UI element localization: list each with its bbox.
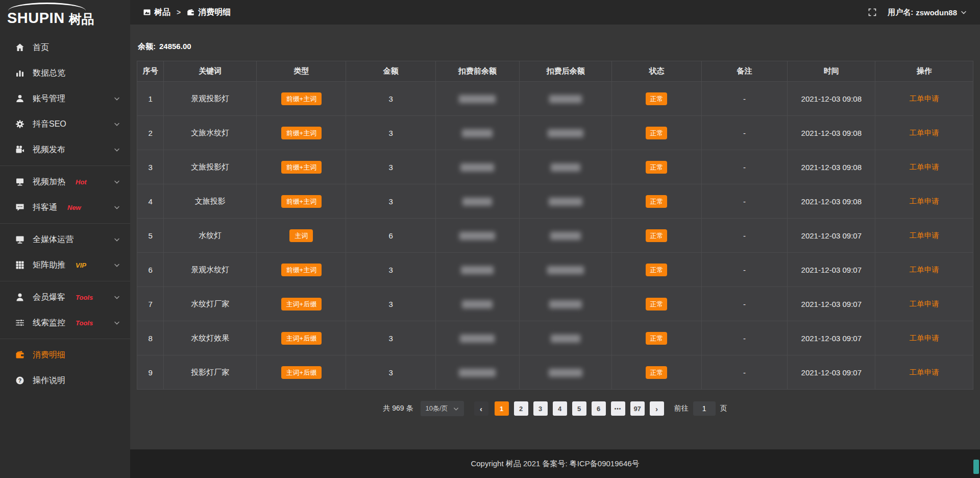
cell-status: 正常 [612,253,701,287]
next-page-button[interactable]: › [650,401,664,416]
page-button-2[interactable]: 2 [514,401,528,416]
pagination: 共 969 条 10条/页 ‹123456•••97› 前往 页 [137,401,973,416]
cell-amount: 3 [346,253,435,287]
work-order-link[interactable]: 工单申请 [910,368,939,376]
table-row: 9投影灯厂家主词+后缀3正常-2021-12-03 09:07工单申请 [137,355,973,390]
column-header: 扣费前余额 [435,61,519,82]
page-button-1[interactable]: 1 [495,401,509,416]
cell-remark: - [701,219,788,253]
cell-type: 主词 [257,219,346,253]
column-header: 类型 [257,61,346,82]
column-header: 操作 [875,61,973,82]
sidebar-divider [0,165,130,166]
cell-remark: - [701,321,788,355]
cell-remark: - [701,184,788,219]
column-header: 时间 [788,61,875,82]
user-menu[interactable]: 用户名: zswodun88 [888,8,967,17]
username-label: 用户名: [888,8,913,17]
goto-page-input[interactable] [693,401,716,416]
type-badge: 前缀+主词 [281,195,322,208]
sidebar-item-label: 账号管理 [33,93,65,104]
chevron-down-icon [114,204,120,210]
sidebar: SHUPIN 树品 首页数据总览账号管理抖音SEO视频发布视频加热Hot抖客通N… [0,0,130,478]
sidebar-item-抖客通[interactable]: 抖客通New [0,195,130,220]
cell-keyword: 景观投影灯 [164,82,257,116]
cell-amount: 3 [346,287,435,321]
sidebar-item-全媒体运营[interactable]: 全媒体运营 [0,227,130,252]
sidebar-item-抖音SEO[interactable]: 抖音SEO [0,111,130,137]
sidebar-divider [0,223,130,224]
work-order-link[interactable]: 工单申请 [910,129,939,137]
cell-balance-after [519,116,612,150]
redacted-balance-after [549,300,582,308]
cell-action: 工单申请 [875,82,973,116]
brand-logo[interactable]: SHUPIN 树品 [0,0,130,29]
page-button-97[interactable]: 97 [630,401,645,416]
sidebar-item-线索监控[interactable]: 线索监控Tools [0,310,130,336]
page-button-6[interactable]: 6 [592,401,606,416]
page-ellipsis-button[interactable]: ••• [611,401,625,416]
cell-time: 2021-12-03 09:08 [788,150,875,184]
sidebar-item-label: 消费明细 [33,350,65,361]
cell-balance-before [435,219,519,253]
chat-icon [15,203,24,212]
sidebar-item-视频加热[interactable]: 视频加热Hot [0,169,130,195]
cell-balance-before [435,184,519,219]
breadcrumb-item-home[interactable]: 树品 [143,7,170,18]
page-button-4[interactable]: 4 [553,401,567,416]
column-header: 扣费后余额 [519,61,612,82]
cell-status: 正常 [612,321,701,355]
status-badge: 正常 [646,332,667,345]
sidebar-item-数据总览[interactable]: 数据总览 [0,60,130,86]
sidebar-item-badge: Tools [76,294,93,301]
sidebar-item-矩阵助推[interactable]: 矩阵助推VIP [0,252,130,278]
work-order-link[interactable]: 工单申请 [910,266,939,274]
work-order-link[interactable]: 工单申请 [910,163,939,171]
status-badge: 正常 [646,264,667,276]
cell-remark: - [701,355,788,390]
sidebar-item-视频发布[interactable]: 视频发布 [0,137,130,162]
work-order-link[interactable]: 工单申请 [910,94,939,103]
prev-page-button[interactable]: ‹ [474,401,488,416]
cell-balance-before [435,355,519,390]
sidebar-item-操作说明[interactable]: ?操作说明 [0,368,130,393]
cell-remark: - [701,287,788,321]
username-value: zswodun88 [916,8,957,17]
work-order-link[interactable]: 工单申请 [910,334,939,342]
page-size-select[interactable]: 10条/页 [421,401,464,416]
cell-amount: 3 [346,355,435,390]
status-badge: 正常 [646,92,667,105]
status-badge: 正常 [646,229,667,242]
work-order-link[interactable]: 工单申请 [910,231,939,240]
cell-seq: 9 [137,355,164,390]
cell-action: 工单申请 [875,219,973,253]
brand-name-cn: 树品 [69,12,94,26]
sidebar-item-label: 矩阵助推 [33,260,65,271]
redacted-balance-after [551,334,580,343]
sidebar-item-label: 抖音SEO [33,119,66,130]
cell-keyword: 投影灯厂家 [164,355,257,390]
cell-status: 正常 [612,287,701,321]
goto-label: 前往 [674,404,689,413]
redacted-balance-before [459,369,496,377]
goto-page: 前往 页 [674,401,727,416]
sidebar-item-会员爆客[interactable]: 会员爆客Tools [0,284,130,310]
cell-keyword: 水纹灯厂家 [164,287,257,321]
chevron-down-icon [961,9,967,15]
cell-balance-before [435,116,519,150]
cell-keyword: 文旅水纹灯 [164,116,257,150]
page-button-3[interactable]: 3 [533,401,548,416]
sidebar-item-首页[interactable]: 首页 [0,35,130,60]
cell-balance-after [519,253,612,287]
sidebar-item-账号管理[interactable]: 账号管理 [0,86,130,111]
cell-balance-before [435,287,519,321]
work-order-link[interactable]: 工单申请 [910,197,939,205]
scrollbar-thumb[interactable] [973,460,979,474]
work-order-link[interactable]: 工单申请 [910,300,939,308]
sidebar-item-label: 视频发布 [33,145,65,155]
page-button-5[interactable]: 5 [572,401,586,416]
fullscreen-icon[interactable] [868,8,876,16]
sidebar-item-消费明细[interactable]: 消费明细 [0,342,130,368]
redacted-balance-after [551,163,580,172]
chevron-down-icon [114,294,120,300]
